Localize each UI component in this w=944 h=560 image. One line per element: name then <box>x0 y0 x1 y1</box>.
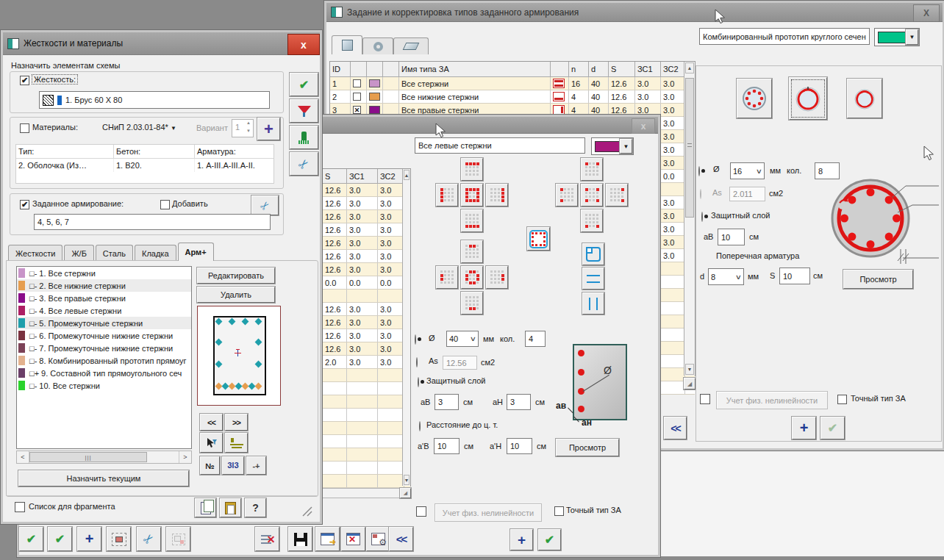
tab-other-section[interactable] <box>393 37 429 54</box>
scroll-right-icon[interactable]: > <box>179 451 191 463</box>
table-row[interactable] <box>323 369 410 382</box>
level-button[interactable] <box>225 433 248 453</box>
count-input[interactable]: 4 <box>525 331 546 347</box>
add-type-button[interactable]: + <box>510 529 533 550</box>
delete-list-button[interactable]: ✕ <box>255 527 279 551</box>
table-row[interactable]: 12.63.03.0 <box>323 237 410 250</box>
table-row[interactable]: 12.63.03.0 <box>323 303 410 316</box>
paste-fragment-button[interactable] <box>166 527 190 551</box>
table-row[interactable] <box>323 409 410 422</box>
save-button[interactable] <box>288 527 312 551</box>
close-icon[interactable]: X <box>913 4 940 22</box>
paste-button[interactable] <box>220 498 241 517</box>
tab-rect-section[interactable] <box>332 35 362 54</box>
column-header[interactable]: S <box>323 169 347 184</box>
d-select[interactable]: 8∨ <box>708 268 744 285</box>
tab-Кладка[interactable]: Кладка <box>135 245 176 261</box>
types-listbox[interactable]: □- 1. Все стержни□- 2. Все нижние стержн… <box>16 266 192 449</box>
row-checkbox[interactable] <box>353 93 361 101</box>
pattern-button[interactable] <box>606 184 628 207</box>
diameter-select[interactable]: 16∨ <box>730 162 765 179</box>
column-header[interactable]: d <box>589 62 609 77</box>
list-item[interactable]: □- 7. Промежуточные нижние стержни <box>17 342 191 354</box>
view-button[interactable]: Просмотр <box>843 270 913 289</box>
tab-Ж/Б[interactable]: Ж/Б <box>64 245 93 261</box>
table-row[interactable]: 12.63.03.0 <box>323 223 410 237</box>
s-input[interactable]: 10 <box>779 268 810 284</box>
table-row[interactable]: 12.63.03.0 <box>323 250 410 263</box>
tab-round-section[interactable] <box>362 37 393 54</box>
apply-type-button[interactable]: ✔ <box>538 529 561 550</box>
table-hscrollbar[interactable] <box>322 488 400 498</box>
column-header[interactable]: ID <box>330 62 351 77</box>
table-row[interactable] <box>323 422 410 435</box>
type-name-field[interactable]: Все левые стержни <box>415 137 585 154</box>
column-header[interactable]: S <box>609 62 635 77</box>
table-row[interactable] <box>323 448 410 462</box>
radio-as[interactable] <box>416 357 418 367</box>
table-row[interactable] <box>323 395 410 409</box>
table-row[interactable] <box>323 462 410 475</box>
copy-fragment-button[interactable] <box>107 527 131 551</box>
column-header[interactable]: n <box>569 62 589 77</box>
list-item[interactable]: □- 1. Все стержни <box>17 267 191 279</box>
spinner-up-icon[interactable]: ▲ <box>245 121 252 128</box>
confirm-button[interactable]: ✔ <box>290 73 318 96</box>
scroll-up-icon[interactable]: ▲ <box>685 62 694 73</box>
table-resize-corner[interactable]: ◢ <box>400 488 411 498</box>
copy-button[interactable] <box>195 498 216 517</box>
increment-button[interactable]: -+ <box>246 456 266 475</box>
stiffness-value-field[interactable]: 1. Брус 60 X 80 <box>39 91 270 109</box>
view-button[interactable]: Просмотр <box>556 439 619 456</box>
add-type-button[interactable]: + <box>792 417 816 439</box>
cut-button[interactable]: ✂ <box>137 527 161 551</box>
radio-cover[interactable] <box>701 212 703 222</box>
apply-type-button[interactable]: ✔ <box>820 417 845 439</box>
table-row[interactable]: 12.63.03.0 <box>323 197 410 210</box>
anp-input[interactable]: 10 <box>507 438 532 454</box>
row-checkbox[interactable] <box>353 79 361 87</box>
collapse-button[interactable]: << <box>389 527 413 551</box>
resize-grip-icon[interactable] <box>300 506 313 517</box>
horizontal-bars-button[interactable] <box>582 268 604 290</box>
color-dropdown[interactable]: ▼ <box>874 28 920 46</box>
chevron-down-icon[interactable]: ▼ <box>906 29 918 45</box>
list-item[interactable]: □- 3. Все правые стержни <box>17 292 191 304</box>
table-row[interactable]: 12.63.03.0 <box>323 342 410 356</box>
column-header[interactable] <box>351 62 367 77</box>
column-header[interactable]: ЗС1 <box>347 169 378 184</box>
proto-ring-small-button[interactable] <box>847 79 882 118</box>
av-input[interactable]: 10 <box>718 229 745 245</box>
table-row[interactable] <box>323 435 410 448</box>
pattern-button[interactable] <box>436 184 458 207</box>
scroll-up-icon[interactable]: ▲ <box>404 170 410 180</box>
column-header[interactable] <box>367 62 383 77</box>
select-cursor-button[interactable] <box>200 433 223 453</box>
list-item[interactable]: □- 5. Промежуточные стержни <box>17 317 191 329</box>
pattern-button[interactable] <box>581 158 603 181</box>
pattern-button[interactable] <box>461 266 483 289</box>
list-item[interactable]: □- 10. Все стержни <box>17 379 191 392</box>
table-row[interactable]: 12.63.03.0 <box>323 316 410 329</box>
table-row[interactable] <box>323 475 410 488</box>
list-hscrollbar[interactable]: < ||| > <box>16 450 192 464</box>
table-row[interactable]: 2Все нижние стержни44012.63.03.0 <box>330 90 695 104</box>
variant-spinner[interactable]: 1 ▲ ▼ <box>232 119 254 137</box>
radio-as[interactable] <box>700 189 701 199</box>
pattern-button[interactable] <box>556 184 578 207</box>
next-type-button[interactable]: >> <box>225 414 248 431</box>
pattern-button[interactable] <box>461 184 483 207</box>
column-header[interactable]: Имя типа ЗА <box>399 62 551 77</box>
add-button[interactable]: + <box>77 527 101 551</box>
table-row[interactable]: 1Все стержни164012.63.03.0 <box>330 77 695 90</box>
exact-type-checkbox[interactable] <box>554 506 564 516</box>
radio-distance[interactable] <box>419 421 421 431</box>
table-row[interactable] <box>323 290 410 303</box>
number-button[interactable]: № <box>200 456 220 475</box>
prev-type-button[interactable]: << <box>200 414 223 431</box>
radio-diameter[interactable] <box>415 334 416 345</box>
pattern-button[interactable] <box>436 266 458 289</box>
filter-button[interactable] <box>290 99 318 123</box>
pattern-contour-button[interactable] <box>527 227 550 251</box>
nonlinearity-checkbox[interactable] <box>416 506 426 517</box>
